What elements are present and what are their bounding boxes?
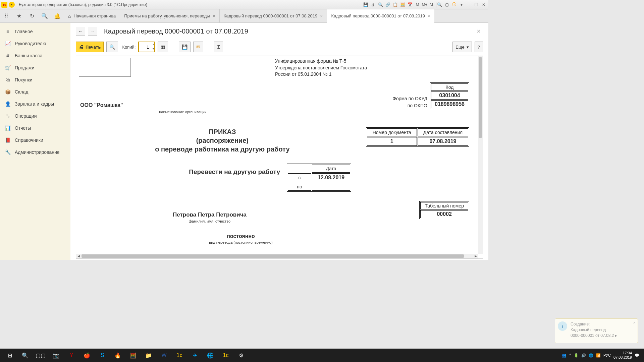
scrollbar-vertical[interactable]: [478, 56, 483, 254]
m-icon[interactable]: M: [414, 2, 421, 8]
more-button[interactable]: Еще ▾: [452, 42, 472, 52]
sidebar: ≡Главное 📈Руководителю ₽Банк и касса 🛒Пр…: [0, 23, 70, 260]
scroll-right-icon[interactable]: ▶: [473, 254, 478, 258]
sidebar-item-hr[interactable]: 👤Зарплата и кадры: [0, 98, 70, 110]
close-page-button[interactable]: ×: [474, 28, 483, 35]
menu-icon: ≡: [5, 29, 11, 34]
transfer-type: постоянно: [82, 233, 400, 240]
apps-icon[interactable]: ⠿: [3, 12, 10, 20]
tab-hires-label: Приемы на работу, увольнения, переводы: [124, 13, 210, 18]
sidebar-item-catalogs[interactable]: 📕Справочники: [0, 134, 70, 146]
box-icon: 📦: [5, 89, 11, 95]
transfer-type-sub: вид перевода (постоянно, временно): [82, 240, 400, 244]
ops-icon: ᵈₖ: [5, 113, 11, 119]
save-icon[interactable]: 💾: [362, 2, 369, 8]
favorite-icon[interactable]: ★: [15, 12, 23, 20]
employee-name: Петрова Петра Петровича: [79, 212, 340, 219]
clipboard-icon[interactable]: 📋: [392, 2, 398, 8]
close-window-icon[interactable]: ✕: [480, 2, 487, 8]
minimize-icon[interactable]: —: [466, 2, 472, 8]
app-logo-icon: 1c: [1, 2, 7, 8]
history-icon[interactable]: ↻: [28, 12, 36, 20]
zoom-icon[interactable]: 🔍: [436, 2, 443, 8]
document-area[interactable]: Унифицированная форма № Т-5 Утверждена п…: [76, 56, 483, 259]
m-minus-icon[interactable]: M-: [429, 2, 435, 8]
close-icon[interactable]: ×: [213, 13, 215, 19]
print-button[interactable]: 🖨 Печать: [76, 42, 104, 52]
tabnum-table: Табельный номер 00002: [419, 201, 469, 219]
sum-button[interactable]: Σ: [214, 42, 223, 52]
window-title: Бухгалтерия предприятия (базовая), редак…: [19, 2, 147, 7]
bag-icon: 🛍: [5, 77, 11, 82]
scrollbar-horizontal[interactable]: ◀ ▶: [76, 254, 478, 258]
transfer-date-table: Дата с12.08.2019 по: [287, 164, 351, 192]
sidebar-item-warehouse[interactable]: 📦Склад: [0, 86, 70, 98]
preview-button[interactable]: 🔍: [106, 42, 118, 52]
gear-icon: 🔧: [5, 149, 11, 155]
doc-corner-cell: [79, 58, 131, 77]
titlebar: 1c ▾ Бухгалтерия предприятия (базовая), …: [0, 0, 488, 9]
sidebar-item-manager[interactable]: 📈Руководителю: [0, 38, 70, 50]
info-icon[interactable]: ⓘ: [451, 2, 458, 8]
tab-hires[interactable]: Приемы на работу, увольнения, переводы ×: [120, 9, 219, 22]
maximize-icon[interactable]: ❐: [473, 2, 480, 8]
org-sub: наименование организации: [79, 110, 287, 114]
bell-icon[interactable]: 🔔: [54, 12, 61, 20]
employee-sub: фамилия, имя, отчество: [79, 219, 340, 223]
cart-icon: 🛒: [5, 65, 11, 70]
help-button[interactable]: ?: [475, 42, 483, 52]
link-icon[interactable]: 🔗: [384, 2, 391, 8]
calendar-icon[interactable]: 📅: [407, 2, 413, 8]
printer-icon: 🖨: [79, 44, 84, 50]
sidebar-item-main[interactable]: ≡Главное: [0, 25, 70, 38]
sidebar-item-sales[interactable]: 🛒Продажи: [0, 62, 70, 74]
tab-transfer-1[interactable]: Кадровый перевод 0000-000001 от 07.08.20…: [219, 9, 327, 22]
sidebar-item-reports[interactable]: 📊Отчеты: [0, 122, 70, 134]
calc-icon[interactable]: 🧮: [399, 2, 406, 8]
tab-transfer-2[interactable]: Кадровый перевод 0000-000001 от 07.08.20…: [327, 9, 434, 23]
sidebar-item-purchases[interactable]: 🛍Покупки: [0, 74, 70, 86]
m-plus-icon[interactable]: M+: [421, 2, 428, 8]
sidebar-item-admin[interactable]: 🔧Администрирование: [0, 146, 70, 158]
code-labels: Форма по ОКУД по ОКПО: [392, 95, 430, 109]
save-icon: 💾: [182, 44, 187, 50]
app-menu-dropdown[interactable]: ▾: [9, 2, 15, 8]
report-icon: 📊: [5, 125, 11, 131]
preview-icon[interactable]: 🔍: [377, 2, 384, 8]
home-icon: ⌂: [68, 13, 71, 19]
export-button[interactable]: ▦: [158, 42, 168, 52]
tabbar: ⠿ ★ ↻ 🔍 🔔 ⌂ Начальная страница Приемы на…: [0, 9, 488, 23]
save-button[interactable]: 💾: [179, 42, 191, 52]
panel-icon[interactable]: ▢: [443, 2, 450, 8]
nav-back-button[interactable]: ←: [76, 27, 85, 36]
transfer-title: Перевести на другую работу: [79, 164, 287, 176]
table-icon: ▦: [161, 44, 165, 50]
search-icon[interactable]: 🔍: [41, 12, 48, 20]
org-name: ООО "Ромашка": [79, 102, 124, 109]
sidebar-item-operations[interactable]: ᵈₖОперации: [0, 110, 70, 122]
code-table: Код 0301004 0189898956: [430, 82, 469, 109]
scroll-left-icon[interactable]: ◀: [76, 254, 81, 258]
order-title: ПРИКАЗ (распоряжение) о переводе работни…: [79, 127, 366, 154]
dropdown-icon[interactable]: ▾: [458, 2, 465, 8]
spinner-down[interactable]: ▼: [152, 47, 154, 51]
close-icon[interactable]: ×: [428, 13, 430, 18]
print-icon[interactable]: 🖨: [370, 2, 376, 8]
ruble-icon: ₽: [5, 53, 11, 58]
doc-number-table: Номер документаДата составления 107.08.2…: [366, 127, 469, 147]
tab-home[interactable]: ⌂ Начальная страница: [64, 9, 120, 22]
email-button[interactable]: ✉: [193, 42, 203, 52]
tab-transfer-1-label: Кадровый перевод 0000-000001 от 07.08.20…: [224, 13, 317, 18]
book-icon: 📕: [5, 137, 11, 143]
spinner-up[interactable]: ▲: [152, 42, 154, 47]
sidebar-item-bank[interactable]: ₽Банк и касса: [0, 50, 70, 62]
form-reference: Унифицированная форма № Т-5 Утверждена п…: [131, 58, 469, 78]
chart-icon: 📈: [5, 41, 11, 46]
close-icon[interactable]: ×: [320, 13, 323, 19]
tab-transfer-2-label: Кадровый перевод 0000-000001 от 07.08.20…: [331, 13, 425, 18]
sigma-icon: Σ: [217, 44, 220, 50]
tab-home-label: Начальная страница: [73, 13, 116, 18]
nav-forward-button[interactable]: →: [88, 27, 97, 36]
person-icon: 👤: [5, 101, 11, 107]
zoom-icon: 🔍: [109, 44, 115, 50]
